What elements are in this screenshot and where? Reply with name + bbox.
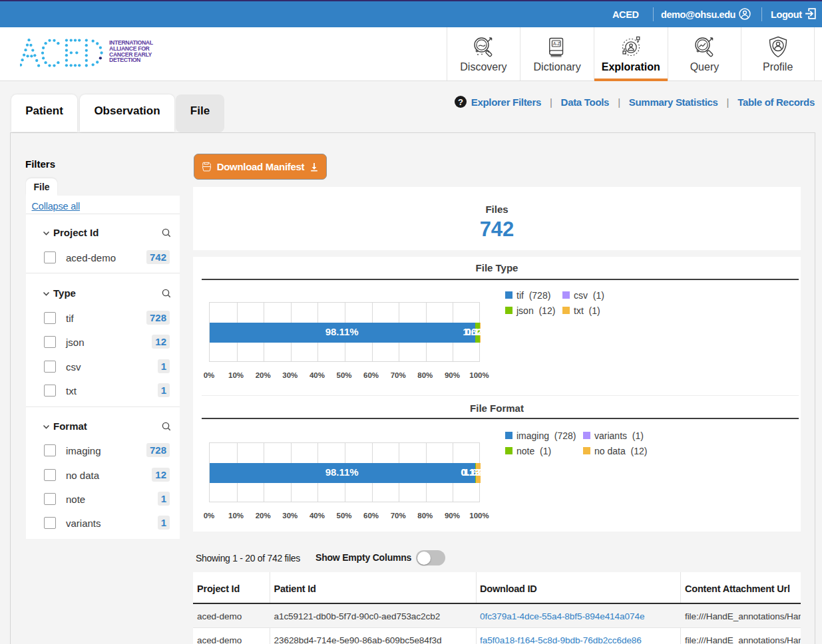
svg-text:A-Z: A-Z (553, 41, 560, 46)
